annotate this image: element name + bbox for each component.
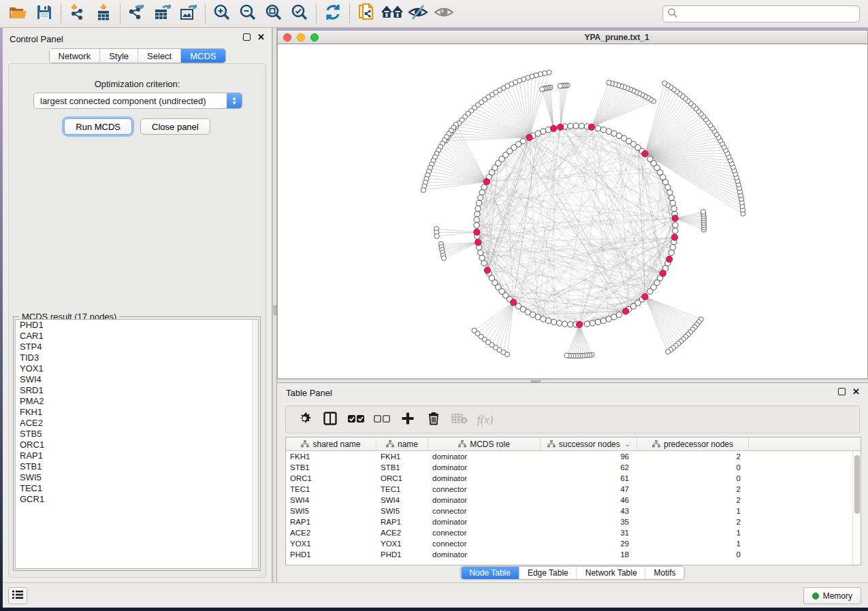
result-node-item[interactable]: RAP1 xyxy=(16,450,258,461)
result-node-item[interactable]: SWI5 xyxy=(16,472,258,483)
graph-node[interactable] xyxy=(556,320,562,326)
result-node-item[interactable]: TEC1 xyxy=(16,483,258,494)
column-header-predecessor-nodes[interactable]: predecessor nodes xyxy=(637,437,749,450)
result-node-item[interactable]: STB1 xyxy=(16,461,258,472)
select-columns-button[interactable] xyxy=(319,408,341,431)
column-header-successor-nodes[interactable]: successor nodes⌄ xyxy=(541,437,637,450)
close-panel-button[interactable]: Close panel xyxy=(140,118,210,135)
graph-node[interactable] xyxy=(540,87,545,92)
graph-node[interactable] xyxy=(660,270,666,276)
network-window-titlebar[interactable]: YPA_prune.txt_1 xyxy=(277,30,868,44)
table-row[interactable]: TEC1TEC1connector472 xyxy=(286,484,852,495)
column-header-MCDS-role[interactable]: MCDS role xyxy=(428,437,541,450)
deselect-all-rows-button[interactable] xyxy=(370,408,393,431)
graph-node[interactable] xyxy=(595,125,600,131)
graph-node[interactable] xyxy=(545,318,551,323)
splitter-handle[interactable] xyxy=(531,380,541,382)
float-panel-icon[interactable] xyxy=(243,33,251,41)
graph-node[interactable] xyxy=(421,188,425,193)
apply-layout-button[interactable] xyxy=(320,2,346,25)
open-file-button[interactable] xyxy=(5,2,31,25)
graph-node[interactable] xyxy=(564,353,569,358)
delete-table-button[interactable] xyxy=(448,408,470,431)
graph-node[interactable] xyxy=(588,124,594,130)
graph-node[interactable] xyxy=(642,293,648,299)
table-row[interactable]: FKH1FKH1dominator962 xyxy=(286,451,852,462)
graph-node[interactable] xyxy=(475,240,481,246)
tab-mcds[interactable]: MCDS xyxy=(181,49,225,63)
graph-node[interactable] xyxy=(479,255,485,261)
first-neighbors-button[interactable] xyxy=(379,2,405,25)
import-network-button[interactable] xyxy=(65,2,91,25)
graph-node[interactable] xyxy=(472,328,477,333)
graph-node[interactable] xyxy=(611,131,617,136)
graph-node[interactable] xyxy=(484,267,490,274)
function-builder-button[interactable]: f(x) xyxy=(474,408,496,431)
mcds-result-list[interactable]: PHD1CAR1STP4TID3YOX1SWI4SRD1PMA2FKH1ACE2… xyxy=(15,319,259,569)
graph-node[interactable] xyxy=(474,222,479,228)
graph-node[interactable] xyxy=(672,215,678,221)
graph-node[interactable] xyxy=(600,127,606,133)
table-row[interactable]: STB1STB1dominator620 xyxy=(286,462,852,473)
graph-node[interactable] xyxy=(662,81,667,86)
zoom-fit-button[interactable] xyxy=(261,2,287,25)
graph-node[interactable] xyxy=(547,70,551,75)
table-row[interactable]: ACE2ACE2connector311 xyxy=(286,527,852,538)
graph-node[interactable] xyxy=(616,312,622,317)
graph-node[interactable] xyxy=(475,211,480,216)
graph-node[interactable] xyxy=(666,349,671,354)
graph-node[interactable] xyxy=(647,156,653,162)
table-settings-button[interactable] xyxy=(293,408,315,431)
mcds-result-scrollbar[interactable] xyxy=(252,320,258,568)
graph-node[interactable] xyxy=(441,256,446,261)
graph-node[interactable] xyxy=(671,234,677,240)
result-node-item[interactable]: SRD1 xyxy=(16,385,258,396)
result-node-item[interactable]: SWI4 xyxy=(16,374,258,385)
graph-node[interactable] xyxy=(562,321,567,327)
graph-node[interactable] xyxy=(568,123,573,129)
graph-node[interactable] xyxy=(478,195,483,200)
tab-style[interactable]: Style xyxy=(100,49,138,63)
graph-node[interactable] xyxy=(434,233,439,238)
graph-node[interactable] xyxy=(607,80,611,85)
graph-node[interactable] xyxy=(595,319,600,325)
clone-network-button[interactable] xyxy=(353,2,379,25)
graph-node[interactable] xyxy=(666,256,673,262)
graph-node[interactable] xyxy=(579,123,584,129)
graph-node[interactable] xyxy=(558,84,562,88)
result-node-item[interactable]: PHD1 xyxy=(16,320,258,331)
result-node-item[interactable]: PMA2 xyxy=(16,396,258,407)
graph-node[interactable] xyxy=(701,210,705,214)
graph-node[interactable] xyxy=(478,250,483,255)
graph-node[interactable] xyxy=(474,229,480,235)
graph-node[interactable] xyxy=(558,124,564,130)
graph-node[interactable] xyxy=(673,228,678,233)
graph-node[interactable] xyxy=(606,129,611,134)
column-header-name[interactable]: name xyxy=(376,437,428,450)
export-table-button[interactable] xyxy=(150,2,176,25)
graph-node[interactable] xyxy=(541,129,546,134)
graph-node[interactable] xyxy=(541,316,546,322)
close-panel-icon[interactable]: ✕ xyxy=(852,388,860,395)
search-field[interactable] xyxy=(662,5,860,22)
graph-node[interactable] xyxy=(576,321,582,327)
graph-node[interactable] xyxy=(568,322,573,327)
zoom-in-button[interactable] xyxy=(209,2,235,25)
import-table-button[interactable] xyxy=(91,2,116,25)
graph-node[interactable] xyxy=(573,123,579,129)
network-canvas[interactable] xyxy=(277,44,868,379)
graph-node[interactable] xyxy=(669,250,674,255)
graph-node[interactable] xyxy=(551,125,557,131)
zoom-selected-button[interactable] xyxy=(287,2,312,25)
tab-network-table[interactable]: Network Table xyxy=(577,567,646,579)
table-row[interactable]: RAP1RAP1dominator352 xyxy=(286,516,852,527)
tab-motifs[interactable]: Motifs xyxy=(646,567,684,579)
column-header-shared-name[interactable]: shared name xyxy=(286,437,376,450)
result-node-item[interactable]: TID3 xyxy=(16,352,258,363)
select-all-rows-button[interactable] xyxy=(344,408,367,431)
graph-node[interactable] xyxy=(474,217,479,222)
tab-node-table[interactable]: Node Table xyxy=(461,567,519,579)
result-node-item[interactable]: FKH1 xyxy=(16,407,258,418)
graph-node[interactable] xyxy=(526,134,532,140)
table-scrollbar[interactable] xyxy=(852,451,861,565)
